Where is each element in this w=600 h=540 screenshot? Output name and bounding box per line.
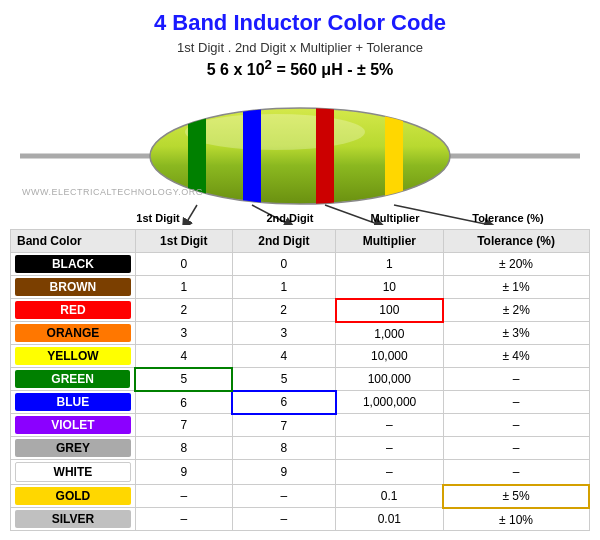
first-digit-cell: – (135, 485, 232, 508)
col-header-multiplier: Multiplier (336, 230, 443, 253)
first-digit-cell: 9 (135, 460, 232, 485)
col-header-band-color: Band Color (11, 230, 136, 253)
second-digit-cell: – (232, 485, 335, 508)
col-header-1st-digit: 1st Digit (135, 230, 232, 253)
band-color-cell: YELLOW (11, 345, 136, 368)
second-digit-cell: 1 (232, 276, 335, 299)
band-color-cell: VIOLET (11, 414, 136, 437)
tolerance-cell: – (443, 414, 589, 437)
svg-text:2nd Digit: 2nd Digit (266, 212, 313, 224)
multiplier-cell: 0.1 (336, 485, 443, 508)
color-label: BLACK (15, 255, 131, 273)
tolerance-cell: ± 10% (443, 508, 589, 531)
table-header-row: Band Color 1st Digit 2nd Digit Multiplie… (11, 230, 590, 253)
svg-text:1st Digit: 1st Digit (136, 212, 180, 224)
table-row: BLUE661,000,000– (11, 391, 590, 414)
first-digit-cell: 5 (135, 368, 232, 391)
svg-line-9 (185, 205, 197, 225)
tolerance-cell: ± 4% (443, 345, 589, 368)
multiplier-cell: 1,000,000 (336, 391, 443, 414)
first-digit-cell: 6 (135, 391, 232, 414)
tolerance-cell: ± 1% (443, 276, 589, 299)
col-header-2nd-digit: 2nd Digit (232, 230, 335, 253)
inductor-svg: 1st Digit 2nd Digit Multiplier Tolerance… (10, 87, 590, 225)
tolerance-cell: ± 5% (443, 485, 589, 508)
color-label: RED (15, 301, 131, 319)
tolerance-cell: – (443, 437, 589, 460)
table-row: RED22100± 2% (11, 299, 590, 322)
svg-rect-7 (316, 108, 334, 204)
watermark: WWW.ELECTRICALTECHNOLOGY.ORG (22, 187, 203, 197)
band-color-cell: BLACK (11, 253, 136, 276)
band-color-cell: BLUE (11, 391, 136, 414)
svg-point-4 (185, 114, 365, 150)
formula: 5 6 x 102 = 560 μH - ± 5% (10, 57, 590, 79)
band-color-cell: RED (11, 299, 136, 322)
color-label: ORANGE (15, 324, 131, 342)
svg-rect-6 (243, 108, 261, 204)
band-color-cell: GREEN (11, 368, 136, 391)
band-color-cell: GREY (11, 437, 136, 460)
first-digit-cell: 8 (135, 437, 232, 460)
multiplier-cell: – (336, 437, 443, 460)
second-digit-cell: 4 (232, 345, 335, 368)
color-label: GREY (15, 439, 131, 457)
second-digit-cell: 9 (232, 460, 335, 485)
first-digit-cell: 2 (135, 299, 232, 322)
first-digit-cell: – (135, 508, 232, 531)
color-label: VIOLET (15, 416, 131, 434)
table-row: GREY88–– (11, 437, 590, 460)
color-label: BLUE (15, 393, 131, 411)
table-row: YELLOW4410,000± 4% (11, 345, 590, 368)
main-title: 4 Band Inductor Color Code (10, 10, 590, 36)
first-digit-cell: 4 (135, 345, 232, 368)
color-label: GREEN (15, 370, 130, 388)
second-digit-cell: 3 (232, 322, 335, 345)
multiplier-cell: 1 (336, 253, 443, 276)
table-row: BROWN1110± 1% (11, 276, 590, 299)
col-header-tolerance: Tolerance (%) (443, 230, 589, 253)
first-digit-cell: 7 (135, 414, 232, 437)
second-digit-cell: 0 (232, 253, 335, 276)
second-digit-cell: – (232, 508, 335, 531)
second-digit-cell: 7 (232, 414, 335, 437)
band-color-cell: WHITE (11, 460, 136, 485)
multiplier-cell: 100,000 (336, 368, 443, 391)
inductor-diagram: 1st Digit 2nd Digit Multiplier Tolerance… (10, 87, 590, 227)
color-code-table: Band Color 1st Digit 2nd Digit Multiplie… (10, 229, 590, 531)
second-digit-cell: 6 (232, 391, 335, 414)
band-color-cell: GOLD (11, 485, 136, 508)
multiplier-cell: 10,000 (336, 345, 443, 368)
band-color-cell: ORANGE (11, 322, 136, 345)
tolerance-cell: ± 20% (443, 253, 589, 276)
tolerance-cell: ± 3% (443, 322, 589, 345)
table-row: GOLD––0.1± 5% (11, 485, 590, 508)
second-digit-cell: 5 (232, 368, 335, 391)
tolerance-cell: – (443, 391, 589, 414)
color-label: WHITE (15, 462, 131, 482)
page-wrapper: 4 Band Inductor Color Code 1st Digit . 2… (0, 0, 600, 536)
table-row: ORANGE331,000± 3% (11, 322, 590, 345)
color-label: YELLOW (15, 347, 131, 365)
tolerance-cell: ± 2% (443, 299, 589, 322)
band-color-cell: SILVER (11, 508, 136, 531)
color-label: BROWN (15, 278, 131, 296)
color-label: GOLD (15, 487, 131, 505)
first-digit-cell: 3 (135, 322, 232, 345)
table-row: BLACK001± 20% (11, 253, 590, 276)
subtitle: 1st Digit . 2nd Digit x Multiplier + Tol… (10, 40, 590, 55)
table-row: VIOLET77–– (11, 414, 590, 437)
band-color-cell: BROWN (11, 276, 136, 299)
multiplier-cell: 1,000 (336, 322, 443, 345)
svg-text:Tolerance (%): Tolerance (%) (472, 212, 544, 224)
multiplier-cell: – (336, 460, 443, 485)
second-digit-cell: 2 (232, 299, 335, 322)
multiplier-cell: – (336, 414, 443, 437)
color-label: SILVER (15, 510, 131, 528)
svg-text:Multiplier: Multiplier (371, 212, 421, 224)
tolerance-cell: – (443, 368, 589, 391)
second-digit-cell: 8 (232, 437, 335, 460)
multiplier-cell: 10 (336, 276, 443, 299)
multiplier-cell: 100 (336, 299, 443, 322)
svg-rect-8 (385, 108, 403, 204)
